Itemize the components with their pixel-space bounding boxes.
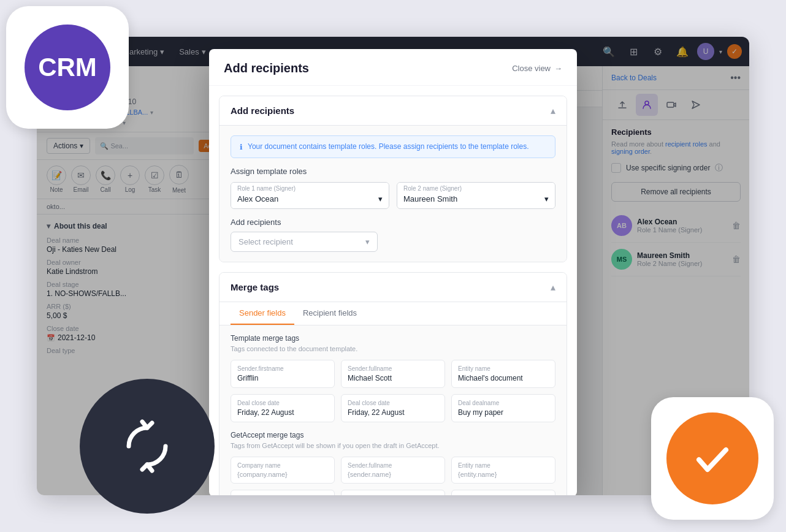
- getaccept-field-3: Document name {document.name}: [231, 490, 335, 495]
- add-recipients-body: ℹ Your document contains template roles.…: [227, 126, 567, 262]
- modal-container: Add recipients Close view → Add recipien…: [227, 66, 577, 495]
- chevron-up-icon: ▴: [551, 105, 555, 116]
- arrow-right-icon: →: [554, 66, 562, 73]
- merge-tabs: Sender fields Recipient fields: [227, 302, 567, 325]
- add-recipients-title: Add recipients: [231, 105, 294, 116]
- modal-overlay: Add recipients Close view → Add recipien…: [227, 66, 602, 495]
- template-merge-fields: Sender.firstname Grifflin Sender.fullnam…: [231, 360, 555, 422]
- merge-field-1: Sender.fullname Michael Scott: [341, 360, 445, 388]
- modal-title: Add recipients: [227, 66, 309, 75]
- getaccept-field-1: Sender.fullname {sender.name}: [341, 457, 445, 484]
- merge-tags-section: Merge tags ▴ Sender fields Recipient fie…: [227, 272, 567, 495]
- chevron-down-icon: ▾: [544, 194, 549, 203]
- role2-value: Maureen Smith ▾: [397, 192, 555, 208]
- role-row: Role 1 name (Signer) Alex Ocean ▾ Role 2…: [231, 182, 555, 209]
- role1-value: Alex Ocean ▾: [231, 192, 389, 208]
- modal-header: Add recipients Close view →: [227, 66, 577, 86]
- merge-field-4: Deal close date Friday, 22 August: [341, 394, 445, 422]
- checkmark-icon: [688, 434, 737, 483]
- add-recipients-section: Add recipients ▴ ℹ Your document contain…: [227, 96, 567, 262]
- getaccept-desc: Tags from GetAccept will be shown if you…: [231, 442, 555, 449]
- tab-sender-fields[interactable]: Sender fields: [231, 302, 294, 325]
- getaccept-merge-fields: Company name {company.name} Sender.fulln…: [231, 457, 555, 495]
- close-view-button[interactable]: Close view →: [512, 66, 562, 73]
- add-recipients-sub-title: Add recipients: [231, 218, 555, 227]
- crm-logo-overlay: CRM: [6, 6, 129, 129]
- getaccept-field-0: Company name {company.name}: [231, 457, 335, 484]
- getaccept-subtitle: GetAccept merge tags: [231, 431, 555, 439]
- merge-field-2: Entity name Michael's document: [451, 360, 555, 388]
- recipient-select-dropdown[interactable]: Select recipient ▾: [231, 232, 378, 252]
- role1-select[interactable]: Role 1 name (Signer) Alex Ocean ▾: [231, 182, 389, 209]
- tab-recipient-fields[interactable]: Recipient fields: [294, 302, 365, 325]
- getaccept-field-4: Deal close date {date}: [341, 490, 445, 495]
- add-recipients-header: Add recipients ▴: [227, 96, 567, 126]
- chevron-down-icon: ▾: [378, 194, 383, 203]
- merge-body: Template merge tags Tags connected to th…: [227, 325, 567, 495]
- check-overlay: [651, 397, 774, 520]
- template-merge-subtitle: Template merge tags: [231, 334, 555, 343]
- merge-tags-title: Merge tags: [231, 282, 279, 292]
- info-icon: ℹ: [240, 143, 243, 151]
- refresh-icon: [116, 416, 178, 477]
- chevron-down-icon: ▾: [365, 237, 370, 246]
- role2-select[interactable]: Role 2 name (Signer) Maureen Smith ▾: [397, 182, 555, 209]
- getaccept-field-5: [451, 490, 555, 495]
- template-merge-desc: Tags connected to the document template.: [231, 345, 555, 352]
- merge-field-0: Sender.firstname Grifflin: [231, 360, 335, 388]
- merge-field-5: Deal dealname Buy my paper: [451, 394, 555, 422]
- refresh-overlay: [80, 379, 215, 514]
- info-banner: ℹ Your document contains template roles.…: [231, 135, 555, 158]
- getaccept-field-2: Entity name {entity.name}: [451, 457, 555, 484]
- assign-roles-title: Assign template roles: [231, 167, 555, 176]
- main-panel: Ac Filter Upd Add recipients Close view …: [227, 66, 602, 495]
- chevron-up-icon: ▴: [551, 281, 555, 293]
- merge-field-3: Deal close date Friday, 22 August: [231, 394, 335, 422]
- getaccept-merge-section: GetAccept merge tags Tags from GetAccept…: [231, 431, 555, 495]
- crm-logo: CRM: [25, 25, 110, 110]
- crm-logo-text: CRM: [38, 53, 97, 82]
- merge-tags-header: Merge tags ▴: [227, 273, 567, 302]
- check-circle: [666, 412, 758, 504]
